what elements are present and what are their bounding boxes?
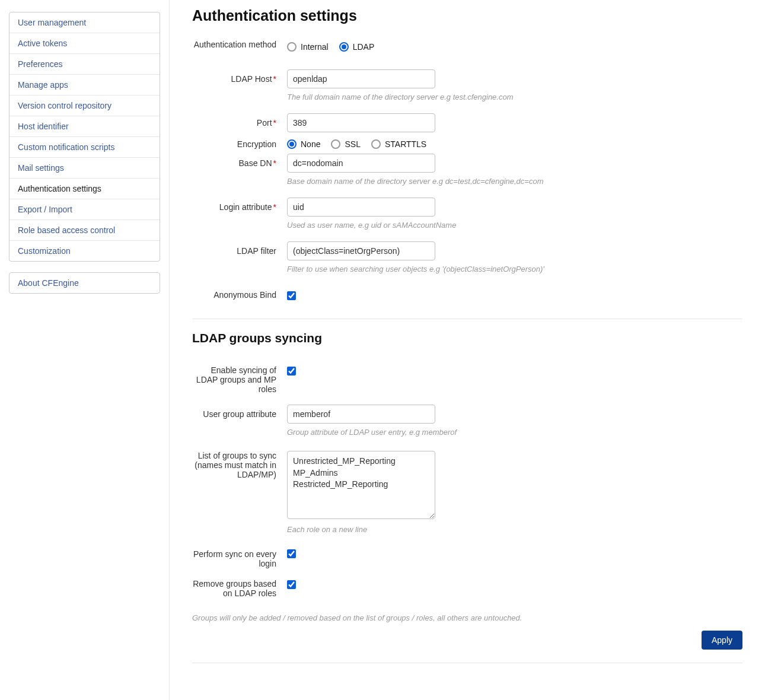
ldap-host-input[interactable] (287, 69, 435, 88)
apply-button[interactable]: Apply (702, 631, 742, 650)
radio-label: STARTTLS (385, 139, 426, 149)
login-attr-label: Login attribute* (192, 198, 287, 212)
group-attr-label: User group attribute (192, 405, 287, 419)
encryption-starttls[interactable]: STARTTLS (371, 139, 426, 149)
sidebar-item-custom-notification[interactable]: Custom notification scripts (9, 137, 160, 158)
radio-icon (331, 139, 340, 149)
sidebar-item-about[interactable]: About CFEngine (9, 273, 160, 293)
sidebar-item-manage-apps[interactable]: Manage apps (9, 75, 160, 96)
page-title: Authentication settings (192, 7, 742, 24)
ldap-filter-help: Filter to use when searching user object… (287, 265, 655, 273)
sync-footer-note: Groups will only be added / removed base… (192, 613, 742, 622)
radio-icon (287, 139, 297, 149)
port-label: Port* (192, 113, 287, 128)
ldap-host-label: LDAP Host* (192, 69, 287, 84)
radio-label: LDAP (353, 42, 375, 52)
encryption-label: Encryption (192, 137, 287, 149)
sidebar-item-active-tokens[interactable]: Active tokens (9, 33, 160, 54)
radio-icon (339, 42, 349, 52)
sidebar-item-host-identifier[interactable]: Host identifier (9, 116, 160, 137)
perform-sync-label: Perform sync on every login (192, 548, 287, 568)
auth-method-label: Authentication method (192, 40, 287, 49)
sidebar-item-export-import[interactable]: Export / Import (9, 199, 160, 220)
auth-method-ldap[interactable]: LDAP (339, 42, 375, 52)
radio-icon (287, 42, 297, 52)
group-attr-help: Group attribute of LDAP user entry, e.g … (287, 428, 655, 437)
base-dn-label: Base DN* (192, 154, 287, 168)
port-input[interactable] (287, 113, 435, 132)
enable-sync-label: Enable syncing of LDAP groups and MP rol… (192, 365, 287, 394)
base-dn-input[interactable] (287, 154, 435, 173)
group-list-label: List of groups to sync (names must match… (192, 451, 287, 479)
radio-label: None (301, 139, 320, 149)
ldap-filter-label: LDAP filter (192, 241, 287, 256)
group-list-textarea[interactable] (287, 451, 435, 519)
nav-secondary: About CFEngine (9, 272, 160, 294)
encryption-ssl[interactable]: SSL (331, 139, 360, 149)
encryption-none[interactable]: None (287, 139, 320, 149)
ldap-filter-input[interactable] (287, 241, 435, 260)
sidebar-item-version-control[interactable]: Version control repository (9, 96, 160, 116)
radio-icon (371, 139, 381, 149)
sidebar-item-authentication-settings[interactable]: Authentication settings (9, 179, 160, 199)
group-attr-input[interactable] (287, 405, 435, 424)
sidebar-item-rbac[interactable]: Role based access control (9, 220, 160, 241)
anon-bind-label: Anonymous Bind (192, 285, 287, 300)
section-divider (192, 663, 742, 663)
sidebar-item-mail-settings[interactable]: Mail settings (9, 158, 160, 179)
ldap-host-help: The full domain name of the directory se… (287, 93, 655, 101)
remove-groups-checkbox[interactable] (287, 580, 296, 589)
sidebar-item-customization[interactable]: Customization (9, 241, 160, 261)
sync-title: LDAP groups syncing (192, 331, 742, 345)
content-wrapper: Authentication settings Authentication m… (169, 0, 765, 700)
radio-label: SSL (345, 139, 360, 149)
login-attr-input[interactable] (287, 198, 435, 217)
group-list-help: Each role on a new line (287, 525, 655, 534)
sidebar: User management Active tokens Preference… (0, 0, 169, 700)
anon-bind-checkbox[interactable] (287, 291, 296, 300)
auth-method-internal[interactable]: Internal (287, 42, 329, 52)
base-dn-help: Base domain name of the directory server… (287, 177, 655, 186)
section-divider (192, 319, 742, 319)
perform-sync-checkbox[interactable] (287, 549, 296, 558)
login-attr-help: Used as user name, e.g uid or sAMAccount… (287, 221, 655, 230)
radio-label: Internal (301, 42, 329, 52)
sidebar-item-preferences[interactable]: Preferences (9, 54, 160, 75)
sidebar-item-user-management[interactable]: User management (9, 12, 160, 33)
remove-groups-label: Remove groups based on LDAP roles (192, 579, 287, 598)
nav-main: User management Active tokens Preference… (9, 12, 160, 262)
enable-sync-checkbox[interactable] (287, 367, 296, 376)
